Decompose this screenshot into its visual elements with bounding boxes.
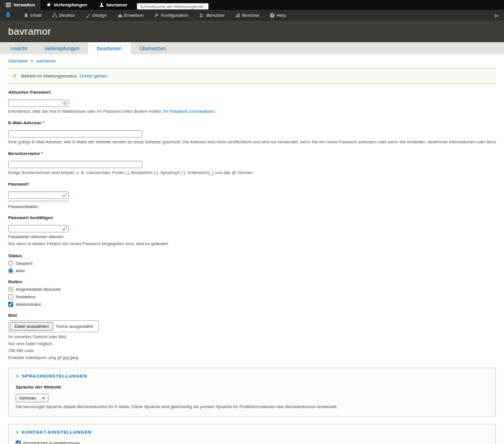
picture-description: Ihr virtuelles Gesicht oder Bild. Nur ei… [8, 334, 496, 361]
personal-contact-field-group: Persönliches Kontaktformular Ermöglicht … [16, 441, 488, 444]
tray-item-appearance[interactable]: Design [80, 10, 112, 21]
admin-tray: Inhalt Struktur Design Erweitern Konfigu… [0, 10, 504, 21]
contact-settings-legend[interactable]: ▼ KONTAKT-EINSTELLUNGEN [16, 430, 488, 435]
toolbar-search-input[interactable] [137, 3, 209, 10]
password-match-label: Passwörter stimmen überein: [8, 234, 496, 239]
selected-language: German [19, 395, 36, 401]
email-field-group: E-Mail-Adresse* Eine gültige E-Mail-Adre… [8, 120, 496, 145]
email-description: Eine gültige E-Mail-Adresse. Alle E-Mail… [8, 139, 496, 145]
tab-shortcuts[interactable]: Verknüpfungen [36, 42, 89, 54]
toolbar-search [137, 0, 209, 10]
checkbox-label: Persönliches Kontaktformular [23, 441, 80, 444]
roles-field-group: Rollen Angemeldeter Benutzer Redakteur A… [8, 279, 496, 307]
active-radio[interactable] [8, 268, 13, 273]
checkmark-icon: ✔ [13, 73, 17, 79]
radio-label: Aktiv [16, 268, 25, 273]
eye-icon [62, 98, 68, 108]
picture-field-group: Bild Datei auswählen Keine ausgewählt Ih… [8, 313, 496, 361]
status-option-blocked: Gesperrt [8, 261, 496, 266]
tray-item-content[interactable]: Inhalt [19, 10, 47, 21]
checkbox-label: Angemeldeter Benutzer [16, 287, 61, 292]
site-language-description: Die bevorzugte Sprache dieses Benutzerko… [16, 404, 488, 410]
tray-item-label: Berichte [242, 13, 259, 18]
breadcrumb-current-link[interactable]: bavramor [36, 58, 56, 64]
required-marker: * [41, 151, 43, 156]
key-icon [62, 190, 68, 200]
reset-password-link[interactable]: Ihr Passwort zurücksetzen. [163, 109, 215, 114]
tray-item-label: Konfiguration [161, 13, 188, 18]
site-language-select[interactable]: German ▼ [16, 394, 49, 402]
tray-item-label: Inhalt [30, 13, 42, 18]
editor-checkbox[interactable] [8, 294, 13, 299]
picture-label: Bild [8, 313, 496, 318]
site-language-field-group: Sprache der Website German ▼ Die bevorzu… [16, 384, 488, 410]
current-password-label: Aktuelles Passwort [8, 90, 496, 95]
user-icon [99, 2, 104, 8]
content-icon [24, 13, 28, 18]
personal-contact-checkbox[interactable] [16, 441, 21, 444]
admin-toolbar: Verwalten ★ Verknüpfungen bavramor [0, 0, 504, 10]
toolbar-collapse-icon[interactable] [494, 11, 500, 21]
radio-label: Gesperrt [16, 261, 32, 266]
people-icon [198, 13, 204, 18]
tray-item-people[interactable]: Benutzer [193, 10, 230, 21]
toolbar-tab-label: bavramor [106, 2, 127, 8]
select-arrow-icon: ▼ [42, 397, 45, 400]
password-strength-label: Passwortstärke: [8, 204, 496, 209]
chevron-down-icon: ▼ [16, 431, 20, 434]
svg-text:?: ? [271, 13, 274, 17]
tray-item-label: Erweitern [124, 13, 144, 18]
breadcrumb-home-link[interactable]: Startseite [8, 58, 28, 64]
drupal-home-button[interactable] [0, 10, 19, 21]
tray-item-reports[interactable]: Berichte [230, 10, 264, 21]
tab-view[interactable]: Ansicht [1, 42, 36, 54]
tray-item-help[interactable]: ? Help [264, 10, 291, 21]
language-settings-fieldset: ▼ SPRACHEINSTELLUNGEN Sprache der Websit… [8, 368, 496, 417]
confirm-password-input[interactable] [8, 225, 69, 232]
no-file-chosen-text: Keine ausgewählt [56, 324, 97, 329]
file-upload-widget: Datei auswählen Keine ausgewählt [8, 320, 99, 332]
go-online-link[interactable]: Online gehen. [79, 73, 108, 79]
confirm-password-description: Nur wenn in beiden Feldern ein neues Pas… [8, 241, 496, 247]
checkbox-label: Administrator [16, 302, 41, 307]
password-label: Passwort [8, 182, 496, 187]
tab-edit[interactable]: Bearbeiten [88, 42, 131, 54]
email-field[interactable] [8, 130, 142, 138]
status-field-group: Status Gesperrt Aktiv [8, 253, 496, 273]
password-input[interactable] [8, 191, 69, 199]
username-field[interactable] [8, 161, 142, 168]
current-password-description: Erforderlich, falls Sie Ihre E-Mailadres… [8, 109, 496, 114]
key-icon [62, 223, 68, 234]
structure-icon [52, 13, 57, 18]
toolbar-tab-label: Verknüpfungen [53, 2, 87, 8]
tray-item-extend[interactable]: Erweitern [112, 10, 149, 21]
personal-contact-option: Persönliches Kontaktformular [16, 441, 488, 444]
toolbar-tab-label: Verwalten [13, 2, 35, 8]
username-label: Benutzername* [8, 151, 496, 156]
tray-item-label: Design [93, 13, 107, 18]
status-option-active: Aktiv [8, 268, 496, 273]
breadcrumb: Startseite » bavramor [0, 54, 504, 65]
tray-item-structure[interactable]: Struktur [47, 10, 80, 21]
tray-item-configuration[interactable]: Konfiguration [149, 10, 193, 21]
choose-file-button[interactable]: Datei auswählen [10, 322, 53, 331]
username-description: Einige Sonderzeichen sind erlaubt, z. B.… [8, 170, 496, 176]
current-password-input[interactable] [8, 99, 69, 107]
role-editor: Redakteur [8, 294, 496, 299]
language-settings-legend[interactable]: ▼ SPRACHEINSTELLUNGEN [16, 373, 488, 379]
tray-item-label: Help [277, 13, 286, 18]
toolbar-tab-shortcuts[interactable]: ★ Verknüpfungen [41, 0, 93, 10]
blocked-radio[interactable] [8, 261, 13, 266]
confirm-password-field-group: Passwort bestätigen Passwörter stimmen ü… [8, 215, 496, 247]
toolbar-tab-user[interactable]: bavramor [93, 0, 133, 10]
status-message: ✔ Betrieb im Wartungsmodus. Online gehen… [8, 68, 496, 84]
tab-translate[interactable]: Übersetzen [131, 42, 175, 54]
password-strength-bar [8, 200, 69, 202]
hamburger-icon [6, 2, 11, 8]
username-field-group: Benutzername* Einige Sonderzeichen sind … [8, 151, 496, 176]
role-administrator: Administrator [8, 302, 496, 307]
toolbar-tab-manage[interactable]: Verwalten [0, 0, 41, 10]
primary-tabs: Ansicht Verknüpfungen Bearbeiten Überset… [0, 42, 504, 54]
administrator-checkbox[interactable] [8, 302, 13, 307]
puzzle-icon [117, 13, 123, 18]
